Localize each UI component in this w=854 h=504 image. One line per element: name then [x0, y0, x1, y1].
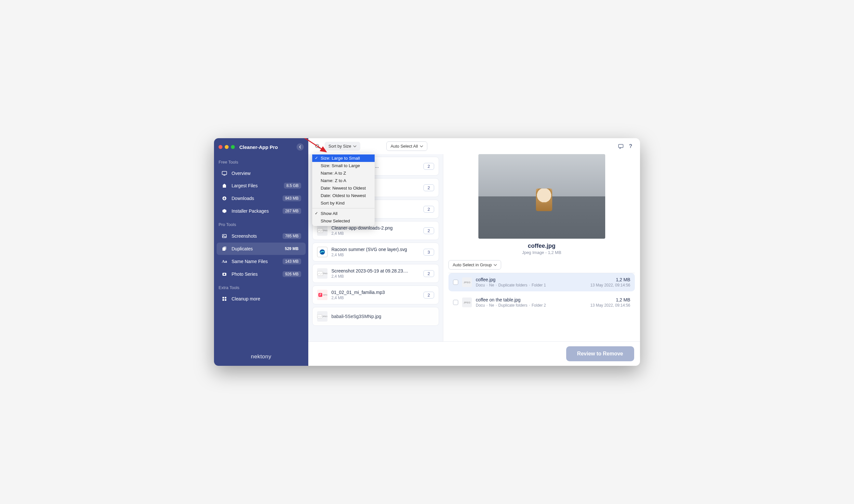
auto-select-in-group-button[interactable]: Auto Select in Group — [449, 260, 501, 270]
file-info: 01_02_01_mi_familia.mp32,4 MB — [331, 290, 419, 300]
feedback-icon[interactable] — [618, 143, 624, 149]
file-size: 2,4 MB — [331, 253, 419, 257]
downloads-icon — [221, 196, 228, 201]
preview-panel: coffee.jpg Jpeg Image - 1,2 MB Auto Sele… — [443, 154, 640, 341]
sort-dropdown: Size: Large to SmallSize: Small to Large… — [312, 153, 375, 226]
sort-option[interactable]: Name: Z to A — [312, 177, 375, 184]
file-size: 2,4 MB — [331, 295, 419, 300]
file-name: babali-5SeSg3SMNp.jpg — [331, 314, 434, 319]
file-name: 01_02_01_mi_familia.mp3 — [331, 290, 419, 295]
footer: Review to Remove — [308, 341, 640, 366]
preview-filename: coffee.jpg — [449, 242, 635, 249]
duplicate-size: 1,2 MB — [590, 277, 630, 282]
duplicate-filename: coffee on the table.jpg — [476, 297, 586, 302]
close-window-button[interactable] — [219, 145, 222, 149]
sort-button[interactable]: Sort by Size — [325, 142, 360, 150]
duplicate-size: 1,2 MB — [590, 297, 630, 302]
svg-rect-12 — [222, 299, 224, 301]
duplicate-checkbox[interactable] — [453, 280, 458, 285]
preview-image — [478, 154, 605, 239]
screenshots-icon — [221, 233, 228, 239]
svg-rect-20 — [317, 228, 323, 233]
file-thumb: JPEG — [462, 298, 472, 307]
installer-icon — [221, 209, 228, 214]
filter-option[interactable]: Show Selected — [312, 217, 375, 225]
duplicate-meta: 1,2 MB13 May 2022, 09:14:56 — [590, 277, 630, 287]
file-size: 2,4 MB — [331, 274, 419, 279]
svg-rect-16 — [619, 144, 623, 148]
file-row[interactable]: MP301_02_01_mi_familia.mp32,4 MB2 — [312, 286, 439, 304]
sidebar-item-label: Overview — [232, 171, 301, 176]
duplicate-filename: coffee.jpg — [476, 277, 586, 282]
auto-select-all-button[interactable]: Auto Select All — [386, 141, 427, 151]
sidebar-item-installer-packages[interactable]: Installer Packages287 MB — [217, 205, 306, 217]
sidebar-item-overview[interactable]: Overview — [217, 167, 306, 179]
help-icon[interactable]: ? — [629, 143, 632, 149]
sidebar-item-screenshots[interactable]: Screenshots785 MB — [217, 230, 306, 242]
sidebar-item-badge: 785 MB — [283, 233, 301, 239]
svg-rect-23 — [319, 293, 322, 297]
duplicate-count-badge: 2 — [423, 292, 434, 299]
sidebar-item-label: Installer Packages — [232, 209, 283, 214]
sidebar-item-label: Downloads — [232, 196, 283, 201]
sidebar-item-badge: 143 MB — [283, 258, 301, 264]
titlebar: Cleaner-App Pro — [214, 141, 308, 155]
svg-rect-22 — [317, 271, 323, 275]
duplicate-count-badge: 2 — [423, 163, 434, 170]
file-row[interactable]: JPEGbabali-5SeSg3SMNp.jpg — [312, 307, 439, 326]
file-row[interactable]: PNGScreenshot 2023-05-19 at 09.28.23....… — [312, 264, 439, 283]
duplicate-meta: 1,2 MB13 May 2022, 09:14:56 — [590, 297, 630, 308]
file-info: Racoon summer (SVG one layer).svg2,4 MB — [331, 247, 419, 257]
sidebar-section-header: Pro Tools — [214, 218, 308, 230]
duplicate-row[interactable]: JPEGcoffee.jpgDocu›Ne›Duplicate folders›… — [449, 273, 635, 291]
duplicate-row[interactable]: JPEGcoffee on the table.jpgDocu›Ne›Dupli… — [449, 293, 635, 311]
auto-select-all-label: Auto Select All — [390, 144, 418, 149]
sort-option[interactable]: Date: Oldest to Newest — [312, 192, 375, 199]
sidebar-item-photo-series[interactable]: Photo Series926 MB — [217, 268, 306, 280]
file-row[interactable]: Racoon summer (SVG one layer).svg2,4 MB3 — [312, 242, 439, 262]
sidebar-item-cleanup-more[interactable]: Cleanup more — [217, 293, 306, 305]
chevron-down-icon — [494, 264, 497, 266]
sort-option[interactable]: Size: Large to Small — [312, 155, 375, 162]
file-info: Screenshot 2023-05-19 at 09.28.23....2,4… — [331, 268, 419, 279]
back-button[interactable] — [296, 143, 304, 150]
chevron-down-icon — [353, 145, 357, 147]
app-title: Cleaner-App Pro — [239, 144, 278, 150]
file-name: Cleaner-app-downloads-2.png — [331, 225, 419, 231]
svg-rect-11 — [225, 297, 226, 299]
svg-rect-10 — [222, 297, 224, 299]
auto-select-in-group-label: Auto Select in Group — [453, 263, 492, 267]
file-info: babali-5SeSg3SMNp.jpg — [331, 314, 434, 319]
traffic-lights — [219, 145, 235, 149]
svg-rect-24 — [317, 314, 322, 318]
duplicate-path: Docu›Ne›Duplicate folders›Folder 1 — [476, 283, 586, 287]
app-window: Cleaner-App Pro Free ToolsOverviewLarges… — [214, 138, 640, 366]
sort-option[interactable]: Date: Newest to Oldest — [312, 184, 375, 192]
filter-option[interactable]: Show All — [312, 210, 375, 217]
file-name: Screenshot 2023-05-19 at 09.28.23.... — [331, 268, 419, 273]
sort-option[interactable]: Sort by Kind — [312, 199, 375, 207]
maximize-window-button[interactable] — [231, 145, 235, 149]
sidebar-item-badge: 8.5 GB — [284, 183, 301, 188]
review-to-remove-button[interactable]: Review to Remove — [566, 346, 634, 361]
svg-point-9 — [224, 273, 225, 275]
duplicate-checkbox[interactable] — [453, 300, 458, 305]
sidebar-section-header: Extra Tools — [214, 281, 308, 293]
search-icon[interactable] — [313, 142, 321, 150]
sidebar-item-label: Largest Files — [232, 183, 284, 188]
duplicate-count-badge: 2 — [423, 227, 434, 234]
sort-option[interactable]: Name: A to Z — [312, 169, 375, 177]
toolbar: Sort by Size Auto Select All ? — [308, 138, 640, 154]
sidebar-item-same-name-files[interactable]: AaSame Name Files143 MB — [217, 255, 306, 268]
sidebar-item-downloads[interactable]: Downloads943 MB — [217, 192, 306, 204]
overview-icon — [221, 171, 228, 176]
sidebar-item-duplicates[interactable]: Duplicates529 MB — [217, 242, 306, 255]
minimize-window-button[interactable] — [225, 145, 229, 149]
cleanup-icon — [221, 296, 228, 302]
duplicate-count-badge: 2 — [423, 184, 434, 191]
largest-icon — [221, 183, 228, 188]
sidebar-item-largest-files[interactable]: Largest Files8.5 GB — [217, 179, 306, 192]
file-size: 2,4 MB — [331, 231, 419, 236]
sort-option[interactable]: Size: Small to Large — [312, 162, 375, 169]
file-thumb: JPEG — [317, 311, 327, 322]
